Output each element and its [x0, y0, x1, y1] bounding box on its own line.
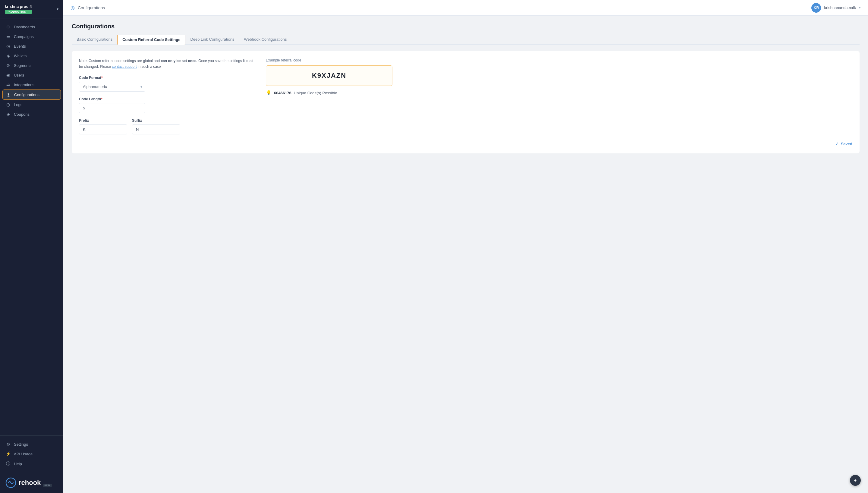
prefix-label: Prefix — [79, 119, 127, 123]
code-format-select-wrapper: Alphanumeric — [79, 82, 145, 92]
unique-codes-count: 60466176 — [274, 91, 291, 95]
tab-custom-referral-code-settings[interactable]: Custom Referral Code Settings — [117, 35, 186, 45]
example-code-text: K9XJAZN — [312, 72, 346, 80]
topbar-configurations-icon: ◎ — [70, 5, 75, 10]
contact-support-link[interactable]: contact support — [112, 64, 136, 69]
note-bold: can only be set once. — [161, 59, 197, 63]
fab-icon: ● — [854, 478, 857, 483]
topbar-right[interactable]: KR krishnananda.naik ▾ — [811, 3, 861, 13]
sidebar-item-integrations[interactable]: ⇄ Integrations — [0, 80, 63, 89]
sidebar-item-api-usage[interactable]: ⚡ API Usage — [0, 449, 63, 459]
sidebar-item-label: Segments — [14, 63, 31, 68]
sidebar-item-campaigns[interactable]: ☰ Campaigns — [0, 31, 63, 41]
note-box: Note: Custom referral code settings are … — [79, 58, 254, 70]
settings-card: Note: Custom referral code settings are … — [72, 51, 860, 153]
prefix-suffix-row: Prefix Suffix — [79, 119, 254, 134]
sidebar-item-events[interactable]: ◷ Events — [0, 41, 63, 51]
tab-bar: Basic Configurations Custom Referral Cod… — [72, 35, 860, 45]
suffix-group: Suffix — [132, 119, 180, 134]
sidebar-logo: rehook BETA — [0, 472, 63, 493]
dashboards-icon: ⊙ — [5, 24, 11, 29]
logo-beta: BETA — [43, 484, 51, 487]
sidebar-item-users[interactable]: ◉ Users — [0, 70, 63, 80]
sidebar-item-wallets[interactable]: ◈ Wallets — [0, 51, 63, 61]
logo-text: rehook — [19, 479, 41, 487]
tab-webhook-configurations[interactable]: Webhook Configurations — [239, 35, 291, 45]
tab-basic-configurations[interactable]: Basic Configurations — [72, 35, 117, 45]
suffix-label: Suffix — [132, 119, 180, 123]
card-right: Example referral code K9XJAZN 💡 60466176… — [266, 58, 392, 134]
unique-codes-text: Unique Code(s) Possible — [294, 91, 337, 95]
note-text3: in such a case — [136, 64, 161, 69]
integrations-icon: ⇄ — [5, 82, 11, 87]
wallets-icon: ◈ — [5, 53, 11, 58]
bulb-icon: 💡 — [266, 90, 272, 95]
code-length-label: Code Length* — [79, 97, 254, 101]
topbar-left: ◎ Configurations — [70, 5, 105, 10]
sidebar-item-label: Dashboards — [14, 25, 35, 29]
sidebar-header[interactable]: krishna prod 4 PRODUCTION ▾ — [0, 0, 63, 18]
events-icon: ◷ — [5, 44, 11, 48]
sidebar-item-label: Users — [14, 73, 24, 78]
fab-button[interactable]: ● — [850, 475, 861, 486]
api-usage-icon: ⚡ — [5, 451, 11, 456]
code-format-label: Code Format* — [79, 76, 254, 80]
user-name: krishnananda.naik — [824, 5, 856, 10]
sidebar-item-label: Integrations — [14, 83, 34, 87]
sidebar-item-label: Wallets — [14, 53, 26, 58]
sidebar-item-logs[interactable]: ◷ Logs — [0, 100, 63, 109]
topbar-title: Configurations — [78, 5, 105, 10]
page-title: Configurations — [72, 23, 860, 30]
page-content: Configurations Basic Configurations Cust… — [63, 16, 868, 493]
sidebar-nav: ⊙ Dashboards ☰ Campaigns ◷ Events ◈ Wall… — [0, 18, 63, 435]
sidebar-bottom: ⚙ Settings ⚡ API Usage ⓘ Help — [0, 435, 63, 472]
user-menu-chevron-icon[interactable]: ▾ — [859, 6, 861, 9]
example-label: Example referral code — [266, 58, 392, 62]
project-name: krishna prod 4 — [5, 4, 32, 9]
help-icon: ⓘ — [5, 461, 11, 467]
saved-label: ✓ Saved — [835, 142, 852, 146]
campaigns-icon: ☰ — [5, 34, 11, 39]
prefix-input[interactable] — [79, 125, 127, 134]
sidebar-item-dashboards[interactable]: ⊙ Dashboards — [0, 22, 63, 31]
sidebar-item-label: Configurations — [14, 92, 40, 97]
code-format-group: Code Format* Alphanumeric — [79, 76, 254, 92]
coupons-icon: ◈ — [5, 112, 11, 116]
user-avatar: KR — [811, 3, 821, 13]
tab-deep-link-configurations[interactable]: Deep Link Configurations — [186, 35, 239, 45]
sidebar-item-coupons[interactable]: ◈ Coupons — [0, 109, 63, 119]
example-code-box: K9XJAZN — [266, 65, 392, 86]
segments-icon: ⊗ — [5, 63, 11, 68]
code-length-input[interactable] — [79, 103, 145, 113]
sidebar: krishna prod 4 PRODUCTION ▾ ⊙ Dashboards… — [0, 0, 63, 493]
unique-codes-info: 💡 60466176 Unique Code(s) Possible — [266, 90, 392, 95]
sidebar-item-label: Help — [14, 462, 22, 466]
topbar: ◎ Configurations KR krishnananda.naik ▾ — [63, 0, 868, 16]
sidebar-item-label: API Usage — [14, 452, 32, 456]
saved-check-icon: ✓ — [835, 142, 839, 146]
card-left: Note: Custom referral code settings are … — [79, 58, 254, 134]
users-icon: ◉ — [5, 72, 11, 78]
env-badge: PRODUCTION — [5, 9, 32, 14]
code-length-group: Code Length* — [79, 97, 254, 113]
note-text: Note: Custom referral code settings are … — [79, 59, 161, 63]
sidebar-item-settings[interactable]: ⚙ Settings — [0, 440, 63, 449]
saved-row: ✓ Saved — [79, 142, 852, 146]
sidebar-item-label: Events — [14, 44, 26, 48]
sidebar-item-help[interactable]: ⓘ Help — [0, 459, 63, 469]
rehook-logo-icon — [5, 477, 16, 488]
sidebar-item-configurations[interactable]: ◎ Configurations — [2, 89, 61, 100]
sidebar-item-label: Settings — [14, 442, 28, 447]
suffix-input[interactable] — [132, 125, 180, 134]
main-area: ◎ Configurations KR krishnananda.naik ▾ … — [63, 0, 868, 493]
sidebar-project-info: krishna prod 4 PRODUCTION — [5, 4, 32, 14]
card-inner: Note: Custom referral code settings are … — [79, 58, 852, 134]
logs-icon: ◷ — [5, 102, 11, 107]
settings-icon: ⚙ — [5, 442, 11, 447]
sidebar-item-segments[interactable]: ⊗ Segments — [0, 61, 63, 70]
sidebar-item-label: Logs — [14, 103, 22, 107]
sidebar-item-label: Campaigns — [14, 34, 34, 39]
code-format-select[interactable]: Alphanumeric — [79, 82, 145, 92]
sidebar-chevron-icon[interactable]: ▾ — [57, 7, 59, 11]
sidebar-item-label: Coupons — [14, 112, 29, 116]
